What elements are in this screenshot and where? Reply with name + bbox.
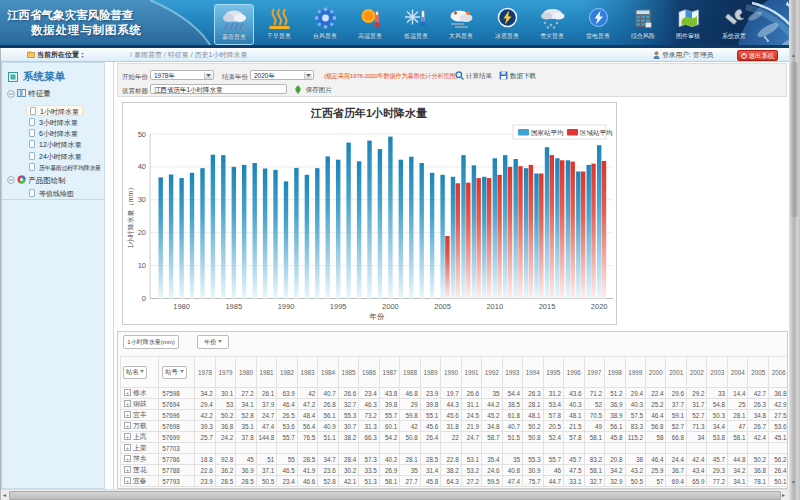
svg-text:江西省历年1小时降水量: 江西省历年1小时降水量 <box>310 107 427 119</box>
svg-text:区域站平均: 区域站平均 <box>580 129 613 137</box>
svg-text:2000: 2000 <box>382 302 399 311</box>
svg-text:40: 40 <box>138 162 146 171</box>
svg-text:2020: 2020 <box>591 302 608 311</box>
svg-text:2010: 2010 <box>486 302 503 311</box>
svg-text:30: 30 <box>138 195 146 204</box>
svg-text:1990: 1990 <box>278 302 295 311</box>
svg-text:0: 0 <box>142 294 146 303</box>
svg-text:2005: 2005 <box>434 302 451 311</box>
svg-text:1995: 1995 <box>330 302 347 311</box>
svg-text:50: 50 <box>138 130 146 139</box>
svg-text:年份: 年份 <box>369 312 386 321</box>
svg-text:1小时降水量（mm）: 1小时降水量（mm） <box>127 184 135 249</box>
svg-text:10: 10 <box>138 261 146 270</box>
svg-text:2015: 2015 <box>539 302 556 311</box>
svg-text:国家站平均: 国家站平均 <box>531 129 564 137</box>
svg-text:1980: 1980 <box>173 302 190 311</box>
svg-text:20: 20 <box>138 228 146 237</box>
svg-text:1985: 1985 <box>225 302 242 311</box>
